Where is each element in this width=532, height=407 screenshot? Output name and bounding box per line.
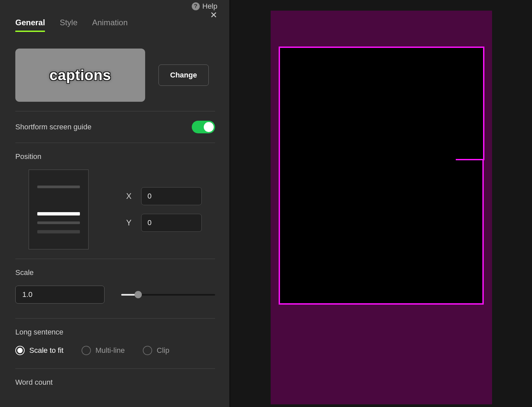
scale-section-label: Scale xyxy=(15,268,214,277)
help-icon: ? xyxy=(192,2,200,10)
position-slot-selected xyxy=(37,212,80,215)
help-label: Help xyxy=(202,2,217,11)
position-slot xyxy=(37,230,80,233)
radio-label: Clip xyxy=(157,346,169,355)
long-sentence-multi-line[interactable]: Multi-line xyxy=(82,346,125,355)
tab-style[interactable]: Style xyxy=(60,18,77,32)
slider-thumb[interactable] xyxy=(134,291,142,298)
position-y-input[interactable] xyxy=(141,214,202,232)
radio-label: Multi-line xyxy=(96,346,125,355)
long-sentence-options: Scale to fit Multi-line Clip xyxy=(15,346,214,355)
toggle-knob xyxy=(204,122,214,132)
change-button[interactable]: Change xyxy=(158,65,209,86)
radio-icon xyxy=(143,346,152,355)
scale-slider[interactable] xyxy=(121,291,215,298)
position-row: X Y xyxy=(15,170,214,249)
divider xyxy=(15,111,215,111)
radio-label: Scale to fit xyxy=(29,346,64,355)
selection-notch-cover xyxy=(454,48,457,159)
long-sentence-scale-to-fit[interactable]: Scale to fit xyxy=(15,346,64,355)
divider xyxy=(15,368,215,369)
canvas-area[interactable] xyxy=(230,0,532,407)
scale-row xyxy=(15,286,215,304)
settings-panel: ? Help ✕ General Style Animation caption… xyxy=(0,0,230,407)
position-inputs: X Y xyxy=(125,187,202,232)
scale-input[interactable] xyxy=(15,286,105,304)
position-x-input[interactable] xyxy=(141,187,202,205)
tab-general[interactable]: General xyxy=(15,18,45,32)
shortform-guide-label: Shortform screen guide xyxy=(15,123,92,131)
selection-outline[interactable] xyxy=(279,47,484,305)
position-section-label: Position xyxy=(15,152,214,161)
selection-notch-top xyxy=(456,47,484,48)
long-sentence-clip[interactable]: Clip xyxy=(143,346,169,355)
position-slot xyxy=(37,186,80,188)
divider xyxy=(15,143,215,143)
shortform-guide-toggle[interactable] xyxy=(192,121,215,133)
long-sentence-section-label: Long sentence xyxy=(15,328,214,337)
position-y-label: Y xyxy=(125,218,133,227)
position-preview[interactable] xyxy=(29,170,89,249)
radio-icon xyxy=(15,346,25,355)
video-canvas[interactable] xyxy=(271,11,492,404)
divider xyxy=(15,259,215,259)
position-slot xyxy=(37,221,80,224)
tab-animation[interactable]: Animation xyxy=(92,18,128,32)
radio-icon xyxy=(82,346,91,355)
position-x-label: X xyxy=(125,192,133,201)
help-link[interactable]: ? Help xyxy=(192,2,217,11)
selection-notch xyxy=(456,47,484,160)
divider xyxy=(15,318,215,319)
caption-preview[interactable]: captions xyxy=(15,49,145,102)
word-count-section-label: Word count xyxy=(15,378,214,387)
tab-bar: General Style Animation xyxy=(15,2,214,37)
shortform-guide-row: Shortform screen guide xyxy=(15,121,215,133)
caption-preview-row: captions Change xyxy=(15,49,214,102)
caption-preview-text: captions xyxy=(50,67,111,83)
close-button[interactable]: ✕ xyxy=(210,11,217,19)
close-icon: ✕ xyxy=(210,10,217,20)
